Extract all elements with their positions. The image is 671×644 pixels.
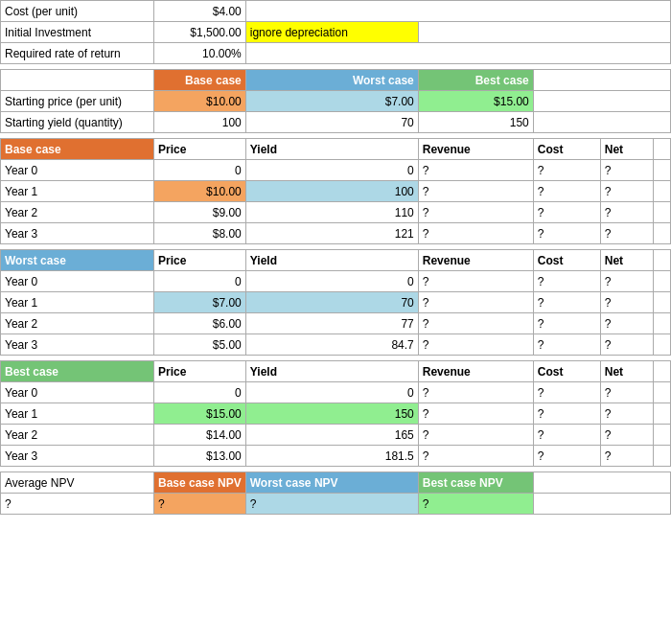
base-year2-row: Year 2 $9.00 110 ? ? ? (1, 202, 671, 223)
best-year2-net[interactable]: ? (600, 425, 654, 446)
worst-year2-revenue[interactable]: ? (418, 313, 533, 334)
worst-year2-label: Year 2 (1, 313, 154, 334)
base-year0-cost[interactable]: ? (533, 160, 600, 181)
best-year0-yield[interactable]: 0 (245, 382, 418, 403)
best-year2-label: Year 2 (1, 425, 154, 446)
best-year3-revenue[interactable]: ? (418, 446, 533, 467)
best-cost-col-header: Cost (533, 361, 600, 382)
base-case-section-header: Base case Price Yield Revenue Cost Net (1, 139, 671, 160)
worst-year1-revenue[interactable]: ? (418, 292, 533, 313)
worst-case-header: Worst case (245, 70, 418, 91)
best-year1-row: Year 1 $15.00 150 ? ? ? (1, 403, 671, 425)
worst-year1-row: Year 1 $7.00 70 ? ? ? (1, 292, 671, 313)
worst-year2-cost[interactable]: ? (533, 313, 600, 334)
base-yield-col-header: Yield (245, 139, 418, 160)
best-year0-cost[interactable]: ? (533, 382, 600, 403)
worst-year3-label: Year 3 (1, 334, 154, 356)
scenario-header-empty (1, 70, 154, 91)
base-year0-yield[interactable]: 0 (245, 160, 418, 181)
base-year1-net[interactable]: ? (600, 181, 654, 202)
best-year1-revenue[interactable]: ? (418, 403, 533, 425)
starting-yield-worst[interactable]: 70 (245, 112, 418, 133)
worst-year1-yield[interactable]: 70 (245, 292, 418, 313)
best-year2-cost[interactable]: ? (533, 425, 600, 446)
best-year0-price[interactable]: 0 (154, 382, 246, 403)
scenario-header-filler (533, 70, 670, 91)
base-year2-yield[interactable]: 110 (245, 202, 418, 223)
best-year3-cost[interactable]: ? (533, 446, 600, 467)
worst-yield-col-header: Yield (245, 250, 418, 271)
best-year0-net[interactable]: ? (600, 382, 654, 403)
investment-value[interactable]: $1,500.00 (154, 22, 246, 43)
best-year3-net[interactable]: ? (600, 446, 654, 467)
worst-year3-yield[interactable]: 84.7 (245, 334, 418, 356)
worst-year2-yield[interactable]: 77 (245, 313, 418, 334)
worst-year2-price[interactable]: $6.00 (154, 313, 246, 334)
worst-year0-net[interactable]: ? (600, 271, 654, 292)
base-year1-revenue[interactable]: ? (418, 181, 533, 202)
best-year0-revenue[interactable]: ? (418, 382, 533, 403)
base-year2-cost[interactable]: ? (533, 202, 600, 223)
starting-yield-base[interactable]: 100 (154, 112, 246, 133)
base-year3-yield[interactable]: 121 (245, 223, 418, 244)
cost-value[interactable]: $4.00 (154, 1, 246, 22)
starting-price-row: Starting price (per unit) $10.00 $7.00 $… (1, 91, 671, 112)
base-year0-filler (654, 160, 671, 181)
worst-year3-revenue[interactable]: ? (418, 334, 533, 356)
worst-year3-net[interactable]: ? (600, 334, 654, 356)
base-year0-price[interactable]: 0 (154, 160, 246, 181)
best-year3-yield[interactable]: 181.5 (245, 446, 418, 467)
best-price-col-header: Price (154, 361, 246, 382)
best-year1-price[interactable]: $15.00 (154, 403, 246, 425)
worst-revenue-col-header: Revenue (418, 250, 533, 271)
best-npv-value[interactable]: ? (418, 494, 533, 515)
rate-label: Required rate of return (1, 43, 154, 64)
worst-year0-cost[interactable]: ? (533, 271, 600, 292)
starting-price-worst[interactable]: $7.00 (245, 91, 418, 112)
worst-year0-row: Year 0 0 0 ? ? ? (1, 271, 671, 292)
worst-year3-cost[interactable]: ? (533, 334, 600, 356)
base-year2-filler (654, 202, 671, 223)
base-price-col-header: Price (154, 139, 246, 160)
base-year3-revenue[interactable]: ? (418, 223, 533, 244)
worst-npv-value[interactable]: ? (245, 494, 418, 515)
best-year2-revenue[interactable]: ? (418, 425, 533, 446)
worst-year2-net[interactable]: ? (600, 313, 654, 334)
starting-price-base[interactable]: $10.00 (154, 91, 246, 112)
worst-year0-label: Year 0 (1, 271, 154, 292)
best-year1-yield[interactable]: 150 (245, 403, 418, 425)
starting-yield-best[interactable]: 150 (418, 112, 533, 133)
worst-year1-cost[interactable]: ? (533, 292, 600, 313)
best-year1-label: Year 1 (1, 403, 154, 425)
worst-year3-row: Year 3 $5.00 84.7 ? ? ? (1, 334, 671, 356)
worst-year0-revenue[interactable]: ? (418, 271, 533, 292)
base-year2-price[interactable]: $9.00 (154, 202, 246, 223)
worst-year0-yield[interactable]: 0 (245, 271, 418, 292)
base-year1-price[interactable]: $10.00 (154, 181, 246, 202)
best-year3-price[interactable]: $13.00 (154, 446, 246, 467)
best-year2-price[interactable]: $14.00 (154, 425, 246, 446)
worst-year3-price[interactable]: $5.00 (154, 334, 246, 356)
best-year2-yield[interactable]: 165 (245, 425, 418, 446)
worst-year1-net[interactable]: ? (600, 292, 654, 313)
base-year0-revenue[interactable]: ? (418, 160, 533, 181)
base-year3-net[interactable]: ? (600, 223, 654, 244)
starting-price-best[interactable]: $15.00 (418, 91, 533, 112)
base-year1-yield[interactable]: 100 (245, 181, 418, 202)
base-year3-price[interactable]: $8.00 (154, 223, 246, 244)
rate-value[interactable]: 10.00% (154, 43, 246, 64)
best-year1-net[interactable]: ? (600, 403, 654, 425)
base-year1-cost[interactable]: ? (533, 181, 600, 202)
worst-year0-price[interactable]: 0 (154, 271, 246, 292)
base-npv-value[interactable]: ? (154, 494, 246, 515)
base-year0-net[interactable]: ? (600, 160, 654, 181)
base-year3-row: Year 3 $8.00 121 ? ? ? (1, 223, 671, 244)
base-year3-cost[interactable]: ? (533, 223, 600, 244)
npv-header-filler (533, 472, 670, 494)
best-year3-row: Year 3 $13.00 181.5 ? ? ? (1, 446, 671, 467)
base-year2-revenue[interactable]: ? (418, 202, 533, 223)
worst-price-col-header: Price (154, 250, 246, 271)
worst-year1-price[interactable]: $7.00 (154, 292, 246, 313)
base-year2-net[interactable]: ? (600, 202, 654, 223)
best-year1-cost[interactable]: ? (533, 403, 600, 425)
